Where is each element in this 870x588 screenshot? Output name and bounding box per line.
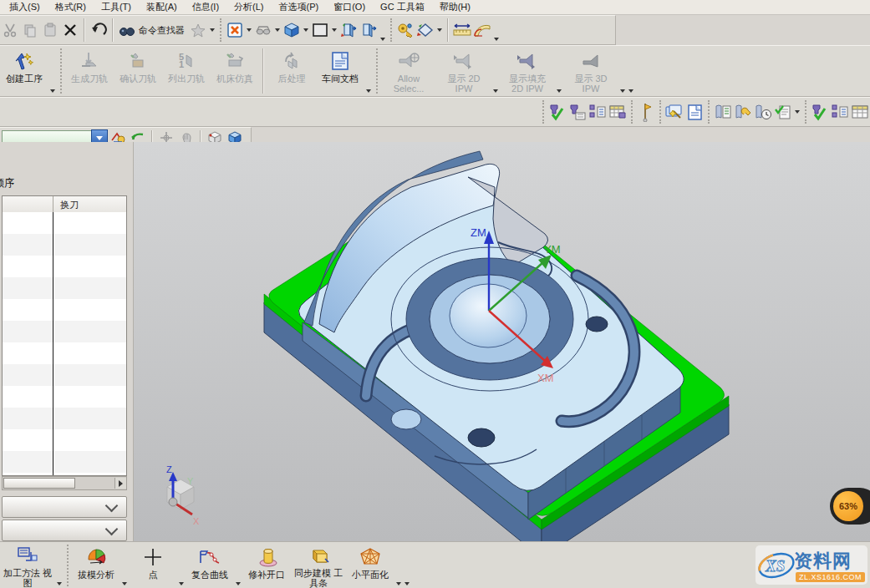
machining-method-view-button[interactable]: 加工方法 视图 — [0, 542, 55, 588]
navigator-collapsed-pane-1[interactable] — [2, 496, 127, 518]
navigator-col-toolchange[interactable]: 换刀 — [53, 196, 126, 212]
machine-simulation-icon — [224, 48, 246, 74]
command-finder-button[interactable] — [117, 20, 137, 40]
menu-tools[interactable]: 工具(T) — [94, 0, 139, 14]
undo-button[interactable] — [89, 20, 109, 40]
information-window-button[interactable] — [684, 102, 705, 122]
favorites-dropdown[interactable] — [210, 28, 215, 32]
diamond-view-icon — [416, 22, 435, 38]
tool-check-icon-2 — [810, 103, 830, 121]
navigator-table[interactable]: 换刀 — [2, 195, 127, 476]
delete-button[interactable] — [60, 20, 80, 40]
hscroll-right-arrow[interactable] — [114, 478, 126, 489]
composite-curve-dropdown[interactable] — [236, 582, 241, 585]
edit-tool-button[interactable] — [567, 102, 588, 122]
patch-opening-button[interactable]: 修补开口 — [242, 542, 291, 588]
menu-help[interactable]: 帮助(H) — [432, 0, 478, 14]
note-dropdown[interactable] — [795, 110, 800, 114]
list-toolpath-icon: 51 — [176, 48, 197, 74]
menu-preferences[interactable]: 首选项(P) — [272, 0, 327, 14]
generate-toolpath-button[interactable]: 生成刀轨 — [65, 46, 114, 96]
facet-body-button[interactable]: 小平面化 — [346, 542, 394, 588]
shaded-view-button[interactable] — [282, 20, 302, 40]
tool-card-icon — [567, 103, 588, 121]
operations-toolbar-overflow[interactable] — [628, 89, 633, 93]
list-properties-button[interactable] — [713, 102, 733, 122]
create-operation-button[interactable]: 创建工序 — [0, 46, 48, 96]
tool-tree-button[interactable] — [588, 102, 608, 122]
draft-analysis-dropdown[interactable] — [122, 582, 127, 585]
flag-button[interactable] — [636, 102, 656, 122]
allow-selection-button[interactable]: Allow Selec... — [381, 46, 436, 96]
copy-button[interactable] — [20, 20, 40, 40]
hscroll-thumb[interactable] — [3, 478, 75, 489]
background-button[interactable] — [310, 20, 330, 40]
snap-view-dropdown[interactable] — [437, 28, 442, 32]
measure-distance-button[interactable] — [452, 20, 472, 40]
scissors-icon — [3, 23, 18, 38]
menu-format[interactable]: 格式(R) — [48, 0, 94, 14]
paste-button[interactable] — [40, 20, 60, 40]
show-3d-ipw-button[interactable]: 显示 3D IPW — [563, 46, 618, 96]
machine-simulation-button[interactable]: 机床仿真 — [211, 46, 259, 96]
point-button[interactable]: 点 — [129, 542, 177, 588]
shop-documentation-button[interactable]: 车间文档 — [316, 46, 364, 96]
point-dropdown[interactable] — [179, 582, 184, 585]
show-hide-button[interactable] — [225, 20, 245, 40]
composite-curve-button[interactable]: 复合曲线 — [186, 542, 234, 588]
orient-view-button[interactable] — [338, 20, 359, 40]
menu-window[interactable]: 窗口(O) — [326, 0, 373, 14]
postprocess-button[interactable]: 后处理 — [267, 46, 316, 96]
menu-insert[interactable]: 插入(S) — [2, 0, 48, 14]
tool-table-button[interactable] — [608, 102, 628, 122]
favorites-button[interactable] — [188, 20, 208, 40]
command-finder-label[interactable]: 命令查找器 — [139, 24, 185, 37]
list-toolpath-button[interactable]: 51 列出刀轨 — [162, 46, 211, 96]
approve-note-button[interactable] — [773, 102, 793, 122]
xm-label: XM — [537, 372, 554, 384]
orient-view-button-2[interactable] — [359, 20, 379, 40]
show-3d-ipw-dropdown[interactable] — [620, 89, 625, 93]
menu-gc-toolbox[interactable]: GC 工具箱 — [373, 0, 432, 14]
measure-angle-button[interactable] — [472, 20, 492, 40]
wizard-button[interactable] — [664, 102, 684, 122]
program-tree-button[interactable] — [830, 102, 850, 122]
3d-canvas[interactable]: ZM YM XM Z Y X — [134, 142, 870, 541]
show-fill-2d-ipw-button[interactable]: 显示填充 2D IPW — [500, 46, 555, 96]
verify-program-button[interactable] — [810, 102, 830, 122]
orient-view-dropdown[interactable] — [380, 38, 385, 41]
show-hide-dropdown[interactable] — [247, 28, 252, 32]
create-operation-dropdown[interactable] — [50, 89, 55, 93]
method-view-dropdown[interactable] — [57, 582, 62, 585]
sync-modeling-toolbar-button[interactable]: 同步建模 工具条 — [291, 542, 346, 588]
verify-toolpath-button[interactable]: 确认刀轨 — [114, 46, 162, 96]
navigator-hscrollbar[interactable] — [2, 476, 127, 490]
navigator-col-name[interactable] — [3, 196, 53, 212]
program-table-button[interactable] — [850, 102, 870, 122]
navigator-collapsed-pane-2[interactable] — [2, 520, 127, 541]
facet-dropdown[interactable] — [396, 582, 401, 585]
bottom-toolbar-overflow[interactable] — [404, 582, 410, 585]
menu-assemblies[interactable]: 装配(A) — [139, 0, 185, 14]
history-button[interactable] — [753, 102, 773, 122]
edit-object-button[interactable] — [733, 102, 753, 122]
standard-toolbar-overflow[interactable] — [494, 38, 499, 41]
draft-analysis-button[interactable]: 拔模分析 — [72, 542, 120, 588]
snap-view-button[interactable] — [415, 20, 435, 40]
render-style-dropdown[interactable] — [275, 28, 280, 32]
cut-button[interactable] — [0, 20, 20, 40]
shaded-view-dropdown[interactable] — [303, 28, 308, 32]
post-group-overflow[interactable] — [366, 89, 371, 93]
role-palette-button[interactable] — [395, 20, 415, 40]
verify-tool-check-button[interactable] — [547, 102, 567, 122]
background-dropdown[interactable] — [332, 28, 337, 32]
navigator-list[interactable] — [3, 212, 126, 475]
recorder-overlay[interactable]: 63% — [830, 488, 870, 525]
show-2d-ipw-button[interactable]: 显示 2D IPW — [436, 46, 491, 96]
show-2d-ipw-dropdown[interactable] — [493, 89, 498, 93]
show-fill-2d-ipw-dropdown[interactable] — [557, 89, 562, 93]
menu-analysis[interactable]: 分析(L) — [226, 0, 271, 14]
menu-information[interactable]: 信息(I) — [185, 0, 226, 14]
show-3d-ipw-label: 显示 3D IPW — [566, 74, 616, 94]
render-style-button[interactable] — [253, 20, 273, 40]
